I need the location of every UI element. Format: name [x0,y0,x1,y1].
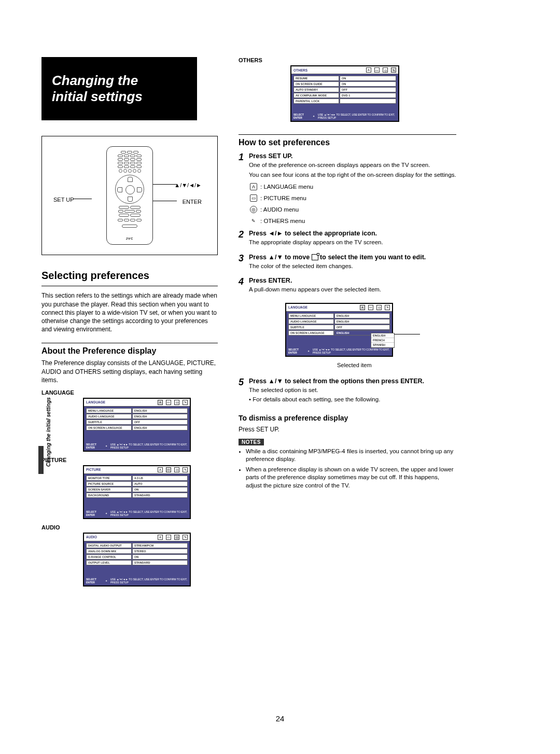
others-menu-icon: ✎ [250,217,257,225]
dropdown-options: ENGLISH FRENCH SPANISH [371,333,395,348]
tab-others-icon: ✎ [391,67,396,73]
step-4: 4 Press ENTER. A pull-down menu appears … [239,277,456,296]
tab-language-icon: A [360,305,365,310]
menu-title: OTHERS [293,68,307,72]
step-1-p1: One of the preference on-screen displays… [249,161,456,170]
step-5: 5 Press ▲/▼ to select from the options t… [239,378,456,406]
remote-brand: JVC [107,237,152,240]
step-4-p: A pull-down menu appears over the select… [249,286,456,294]
para-about: The Preference display consists of the L… [41,359,218,384]
heading-selecting: Selecting preferences [41,270,218,282]
step-2: 2 Press ◄/► to select the appropriate ic… [239,230,456,248]
remote-label-setup: SET UP [53,197,74,203]
step-2-heading: Press ◄/► to select the appropriate icon… [249,230,456,237]
tab-picture-icon: ▭ [374,67,380,73]
tab-others-icon: ✎ [183,467,188,472]
step-3-heading: Press ▲/▼ to move to select the item you… [249,254,456,261]
menu-others: OTHERS A ▭ ◎ ✎ RESUMEON ON SCREEN GUIDEO… [290,65,399,122]
step-1-heading: Press SET UP. [249,152,456,160]
step-1: 1 Press SET UP. One of the preference on… [239,152,456,225]
menu-picture: PICTURE A ▭ ◎ ✎ MONITOR TYPE4:3 LB PICTU… [83,465,191,519]
remote-diagram: SET UP ▲/▼/◄/► ENTER [41,136,218,255]
divider [41,286,218,286]
page-title-box: Changing the initial settings [41,57,197,120]
leader-line [151,201,177,201]
step-4-heading: Press ENTER. [249,277,456,284]
menu-title: LANGUAGE [288,305,307,309]
menu-language-dropdown: LANGUAGE A ▭ ◎ ✎ MENU LANGUAGEENGLISH AU… [285,303,393,357]
tab-others-icon: ✎ [183,400,188,405]
tab-others-icon: ✎ [385,305,390,310]
menu-title: PICTURE [86,468,101,471]
tab-audio-icon: ◎ [376,305,382,310]
menu-language: LANGUAGE A ▭ ◎ ✎ MENU LANGUAGEENGLISH AU… [83,398,191,452]
tab-language-icon: A [366,67,371,73]
step-5-heading: Press ▲/▼ to select from the options the… [249,378,456,385]
leader-line [73,199,92,199]
notes-list: While a disc containing MP3/MPEG-4 files… [239,448,456,490]
step-5-p1: The selected option is set. [249,386,456,395]
sidebar-section-label: Changing the initial settings [46,397,51,467]
menu-title: LANGUAGE [86,400,105,404]
page-number: 24 [276,714,285,723]
tab-language-icon: A [158,467,163,472]
remote-outline: JVC [106,146,153,245]
remote-label-enter: ENTER [183,199,202,205]
step-2-p: The appropriate display appears on the T… [249,239,456,247]
title-line1: Changing the [52,73,138,88]
tab-language-icon: A [158,535,163,540]
title-line2: initial settings [52,89,143,104]
tab-picture-icon: ▭ [368,305,373,310]
note-item: When a preference display is shown on a … [246,466,456,490]
label-others: OTHERS [239,57,456,63]
menu-audio: AUDIO A ▭ ◎ ✎ DIGITAL AUDIO OUTPUTSTREAM… [83,533,191,587]
remote-label-arrows: ▲/▼/◄/► [174,182,202,188]
label-audio: AUDIO [41,524,218,530]
tab-language-icon: A [158,400,163,405]
label-picture: PICTURE [41,457,218,463]
tab-audio-icon: ◎ [174,400,179,405]
tab-audio-icon: ◎ [174,535,179,540]
tab-picture-icon: ▭ [166,535,171,540]
language-menu-icon: A [250,183,257,190]
cursor-icon [312,254,318,260]
tab-picture-icon: ▭ [166,400,171,405]
audio-menu-icon: ◎ [250,206,257,213]
picture-menu-icon: ▭ [250,194,257,202]
note-item: While a disc containing MP3/MPEG-4 files… [246,448,456,464]
para-dismiss: Press SET UP. [239,425,456,434]
tab-others-icon: ✎ [183,535,188,540]
step-1-p2: You can see four icons at the top right … [249,171,456,179]
heading-dismiss: To dismiss a preference display [239,414,456,422]
step-3-p: The color of the selected item changes. [249,262,456,271]
heading-how: How to set preferences [239,134,456,147]
label-language: LANGUAGE [41,389,218,396]
para-selecting: This section refers to the settings whic… [41,291,218,333]
step-5-p2: • For details about each setting, see th… [249,396,456,404]
sidebar-tab [38,446,44,474]
notes-badge: NOTES [239,439,264,445]
selected-item-label: Selected item [337,362,456,368]
tab-picture-icon: ▭ [166,467,171,472]
tab-audio-icon: ◎ [383,67,388,73]
step-3: 3 Press ▲/▼ to move to select the item y… [239,254,456,272]
menu-title: AUDIO [86,535,97,539]
leader-line [394,334,420,334]
heading-about: About the Preference display [41,343,218,356]
tab-audio-icon: ◎ [174,467,179,472]
